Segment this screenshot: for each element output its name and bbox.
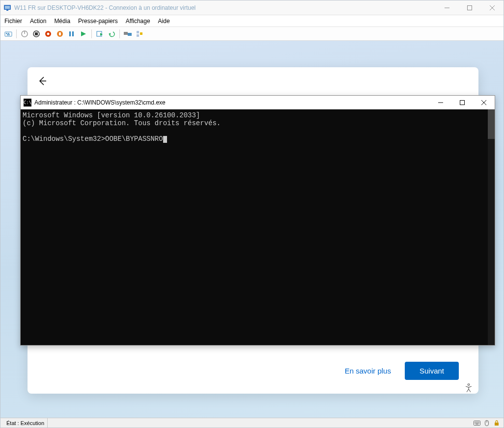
svg-rect-26	[128, 33, 132, 36]
svg-point-31	[468, 384, 470, 386]
svg-rect-2	[6, 10, 8, 11]
cmd-minimize-button[interactable]	[430, 96, 451, 109]
reset-icon[interactable]	[79, 29, 88, 39]
svg-rect-8	[6, 33, 7, 34]
svg-rect-29	[140, 32, 142, 35]
shutdown-icon[interactable]	[43, 29, 53, 39]
svg-rect-10	[7, 34, 10, 35]
cmd-cursor	[163, 136, 167, 143]
svg-rect-1	[5, 6, 10, 9]
status-label: État : Exécution	[3, 418, 48, 428]
checkpoint-icon[interactable]	[95, 29, 105, 39]
svg-rect-33	[460, 100, 465, 105]
cmd-body[interactable]: Microsoft Windows [version 10.0.26100.20…	[21, 109, 495, 345]
keyboard-indicator-icon	[473, 420, 481, 427]
svg-rect-19	[69, 31, 71, 36]
cmd-icon: C:\	[24, 99, 31, 107]
menubar: Fichier Action Média Presse-papiers Affi…	[0, 15, 504, 27]
svg-point-16	[47, 32, 50, 35]
cmd-titlebar[interactable]: C:\ Administrateur : C:\WINDOWS\system32…	[21, 96, 495, 109]
svg-rect-18	[59, 32, 61, 35]
separator	[16, 29, 17, 38]
cmd-window: C:\ Administrateur : C:\WINDOWS\system32…	[20, 95, 495, 346]
menu-media[interactable]: Média	[54, 18, 70, 25]
window-title: W11 FR sur DESKTOP-VH6DK22 - Connexion à…	[14, 4, 436, 11]
cmd-scrollbar-thumb[interactable]	[488, 109, 495, 139]
vm-viewport: En savoir plus Suivant C:\ Administrateu…	[0, 41, 504, 418]
menu-action[interactable]: Action	[30, 18, 46, 25]
lock-indicator-icon	[493, 420, 501, 427]
cmd-output: Microsoft Windows [version 10.0.26100.20…	[23, 111, 221, 143]
close-button[interactable]	[481, 0, 504, 15]
svg-rect-14	[35, 32, 38, 35]
svg-rect-42	[495, 423, 499, 426]
mouse-indicator-icon	[483, 420, 491, 427]
cmd-close-button[interactable]	[473, 96, 495, 109]
cmd-maximize-button[interactable]	[451, 96, 473, 109]
svg-rect-28	[137, 34, 139, 37]
pause-icon[interactable]	[67, 29, 77, 39]
turnoff-icon[interactable]	[31, 29, 41, 39]
svg-rect-27	[137, 31, 139, 33]
learn-more-link[interactable]: En savoir plus	[345, 367, 391, 375]
start-gray-icon[interactable]	[20, 29, 29, 39]
share-icon[interactable]	[135, 29, 144, 39]
enhanced-session-icon[interactable]	[123, 29, 133, 39]
svg-rect-4	[468, 5, 472, 10]
svg-rect-25	[124, 32, 128, 35]
separator	[119, 29, 120, 38]
svg-marker-21	[81, 31, 86, 36]
menu-view[interactable]: Affichage	[126, 18, 150, 25]
menu-clipboard[interactable]: Presse-papiers	[78, 18, 118, 25]
menu-help[interactable]: Aide	[158, 18, 170, 25]
accessibility-icon[interactable]	[463, 382, 474, 396]
svg-rect-7	[5, 32, 12, 36]
save-icon[interactable]	[55, 29, 65, 39]
minimize-button[interactable]	[436, 0, 458, 15]
cmd-title: Administrateur : C:\WINDOWS\system32\cmd…	[34, 99, 430, 106]
cmd-scrollbar[interactable]	[488, 109, 495, 345]
separator	[91, 29, 92, 38]
statusbar: État : Exécution	[0, 418, 504, 428]
revert-icon[interactable]	[107, 29, 116, 39]
toolbar	[0, 27, 504, 41]
back-arrow-icon[interactable]	[36, 75, 48, 89]
hyperv-icon	[3, 4, 11, 12]
ctrl-alt-del-icon[interactable]	[3, 29, 13, 39]
next-button[interactable]: Suivant	[405, 362, 459, 380]
outer-titlebar: W11 FR sur DESKTOP-VH6DK22 - Connexion à…	[0, 0, 504, 15]
svg-rect-20	[72, 31, 74, 36]
svg-rect-9	[8, 33, 9, 34]
menu-file[interactable]: Fichier	[4, 18, 22, 25]
maximize-button[interactable]	[458, 0, 481, 15]
